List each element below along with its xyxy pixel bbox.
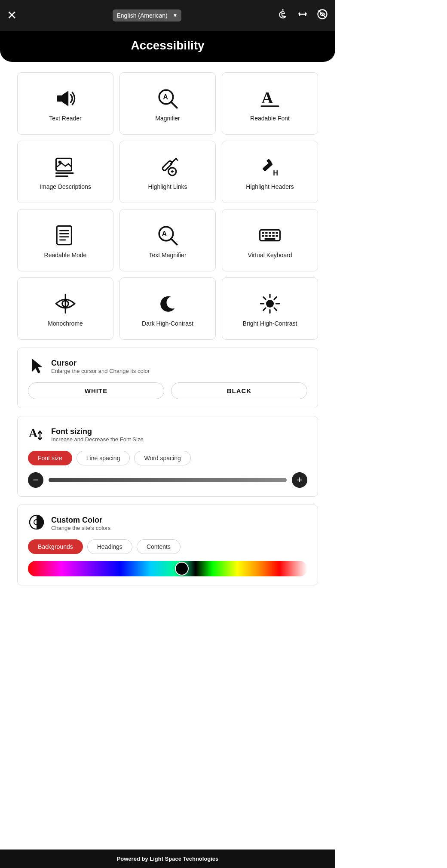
language-selector-wrapper: English (American)SpanishFrenchGermanPor…: [113, 9, 181, 22]
svg-rect-35: [269, 235, 271, 237]
card-monochrome-label: Monochrome: [48, 320, 83, 327]
accessibility-header: Accessibility: [0, 31, 335, 62]
font-size-increase-button[interactable]: +: [292, 472, 307, 488]
card-dark-contrast-label: Dark High-Contrast: [142, 320, 193, 327]
footer-brand: Light Space Technologies: [150, 856, 218, 862]
page-title: Accessibility: [0, 39, 335, 52]
svg-text:A: A: [261, 89, 273, 107]
svg-rect-28: [262, 232, 264, 234]
svg-line-47: [274, 308, 276, 310]
card-magnifier[interactable]: A Magnifier: [119, 72, 216, 135]
image-icon: [54, 155, 77, 179]
card-readable-font[interactable]: A Readable Font: [222, 72, 318, 135]
svg-line-25: [171, 239, 177, 245]
color-picker-thumb[interactable]: [175, 562, 189, 576]
top-icons-group: [277, 8, 328, 23]
hide-icon[interactable]: [316, 8, 328, 23]
font-sizing-icon: A: [28, 425, 45, 445]
svg-text:H: H: [273, 169, 278, 177]
svg-rect-38: [264, 238, 275, 240]
custom-color-header: Custom Color Change the site's colors: [28, 514, 307, 533]
readable-mode-icon: [54, 224, 77, 247]
svg-text:A: A: [162, 230, 167, 237]
cursor-black-button[interactable]: BLACK: [171, 382, 307, 399]
font-sizing-subtitle: Increase and Decrease the Font Size: [51, 436, 144, 443]
speaker-icon: [54, 87, 77, 110]
svg-rect-16: [262, 162, 273, 172]
card-magnifier-label: Magnifier: [155, 114, 180, 122]
custom-color-text: Custom Color Change the site's colors: [51, 516, 110, 531]
font-a-icon: A: [258, 87, 282, 110]
eye-mono-icon: [54, 292, 77, 315]
card-text-magnifier-label: Text Magnifier: [149, 251, 186, 259]
highlight-header-icon: H: [258, 155, 282, 179]
card-readable-mode-label: Readable Mode: [44, 251, 87, 259]
card-highlight-links[interactable]: Highlight Links: [119, 141, 216, 203]
svg-line-46: [263, 297, 266, 299]
magnifier-icon: A: [156, 87, 179, 110]
card-dark-contrast[interactable]: Dark High-Contrast: [119, 277, 216, 340]
svg-point-41: [266, 300, 274, 308]
svg-rect-37: [276, 235, 278, 237]
accessibility-icon[interactable]: [277, 8, 289, 23]
tab-headings[interactable]: Headings: [87, 539, 132, 554]
font-size-slider-track[interactable]: [49, 478, 287, 482]
tab-contents[interactable]: Contents: [137, 539, 181, 554]
font-sizing-title: Font sizing: [51, 427, 144, 436]
tab-word-spacing[interactable]: Word spacing: [134, 451, 190, 465]
svg-rect-14: [162, 160, 172, 171]
svg-line-49: [263, 308, 266, 310]
card-image-desc-label: Image Descriptions: [40, 183, 91, 191]
svg-point-11: [58, 161, 61, 164]
keyboard-icon: [258, 224, 282, 247]
card-image-descriptions[interactable]: Image Descriptions: [17, 141, 113, 203]
cursor-icon: [28, 357, 45, 376]
custom-color-icon: [28, 514, 45, 533]
cursor-section-header: Cursor Enlarge the cursor and Change its…: [28, 357, 307, 376]
card-text-reader-label: Text Reader: [49, 114, 81, 122]
cursor-buttons-row: WHITE BLACK: [28, 382, 307, 399]
cursor-white-button[interactable]: WHITE: [28, 382, 164, 399]
card-virtual-keyboard-label: Virtual Keyboard: [248, 251, 292, 259]
tab-backgrounds[interactable]: Backgrounds: [28, 539, 83, 554]
svg-rect-29: [265, 232, 267, 234]
svg-rect-33: [262, 235, 264, 237]
svg-point-0: [282, 9, 284, 11]
svg-rect-9: [260, 106, 279, 108]
card-readable-mode[interactable]: Readable Mode: [17, 209, 113, 271]
card-text-magnifier[interactable]: A Text Magnifier: [119, 209, 216, 271]
color-picker-bar[interactable]: [28, 561, 307, 576]
card-text-reader[interactable]: Text Reader: [17, 72, 113, 135]
tab-line-spacing[interactable]: Line spacing: [77, 451, 130, 465]
custom-color-section: Custom Color Change the site's colors Ba…: [17, 505, 318, 585]
language-select[interactable]: English (American)SpanishFrenchGermanPor…: [113, 9, 181, 22]
card-monochrome[interactable]: Monochrome: [17, 277, 113, 340]
svg-text:A: A: [29, 426, 38, 440]
cursor-section: Cursor Enlarge the cursor and Change its…: [17, 348, 318, 408]
moon-icon: [156, 292, 179, 315]
svg-rect-3: [57, 95, 61, 102]
top-bar: ✕ English (American)SpanishFrenchGermanP…: [0, 0, 335, 31]
custom-color-subtitle: Change the site's colors: [51, 525, 110, 531]
font-size-slider-row: − +: [28, 472, 307, 488]
card-highlight-headers[interactable]: H Highlight Headers: [222, 141, 318, 203]
resize-icon[interactable]: [297, 8, 309, 23]
font-sizing-text: Font sizing Increase and Decrease the Fo…: [51, 427, 144, 443]
feature-cards-grid: Text Reader A Magnifier A Readable Font …: [0, 72, 335, 340]
card-highlight-links-label: Highlight Links: [148, 183, 187, 191]
font-sizing-tabs: Font size Line spacing Word spacing: [28, 451, 307, 465]
cursor-subtitle: Enlarge the cursor and Change its color: [51, 368, 150, 374]
tab-font-size[interactable]: Font size: [28, 451, 72, 465]
svg-line-48: [274, 297, 276, 299]
font-size-decrease-button[interactable]: −: [28, 472, 43, 488]
svg-rect-36: [272, 235, 274, 237]
card-virtual-keyboard[interactable]: Virtual Keyboard: [222, 209, 318, 271]
custom-color-title: Custom Color: [51, 516, 110, 525]
cursor-title: Cursor: [51, 359, 150, 368]
font-sizing-section: A Font sizing Increase and Decrease the …: [17, 416, 318, 497]
font-sizing-header: A Font sizing Increase and Decrease the …: [28, 425, 307, 445]
card-bright-contrast[interactable]: Bright High-Contrast: [222, 277, 318, 340]
svg-rect-32: [276, 232, 278, 234]
svg-rect-31: [272, 232, 274, 234]
close-button[interactable]: ✕: [7, 9, 17, 22]
